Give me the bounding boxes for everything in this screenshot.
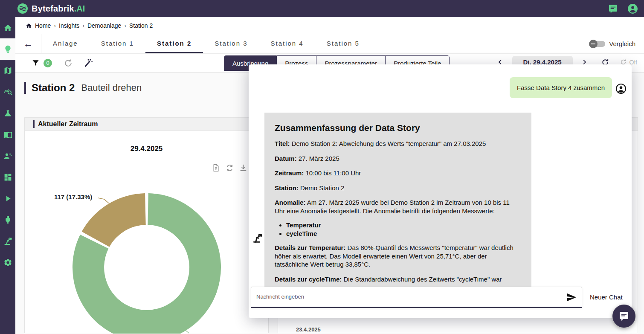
chat-input-box	[251, 287, 582, 308]
sidebar-item-lab[interactable]	[0, 102, 15, 124]
left-sidebar	[0, 17, 15, 334]
breadcrumb-separator: ›	[54, 22, 56, 29]
sidebar-item-home[interactable]	[0, 17, 15, 38]
breadcrumb-item-demoanlage[interactable]: Demoanlage	[87, 22, 121, 29]
breadcrumb-home-icon[interactable]	[26, 23, 32, 29]
breadcrumb-item-insights[interactable]: Insights	[59, 22, 79, 29]
data-story-chat-modal: Fasse Data Story 4 zusammen Zusammenfass…	[249, 64, 632, 318]
station-tabs: ← Anlage Station 1 Station 2 Station 3 S…	[15, 34, 644, 54]
tab-station-5[interactable]: Station 5	[315, 34, 371, 53]
book-icon	[3, 130, 12, 139]
summary-field-datum: Datum: 27. März 2025	[275, 154, 521, 163]
user-avatar-icon	[615, 83, 627, 94]
toggle-knob-minus-icon	[589, 40, 598, 48]
title-accent-bar	[24, 82, 26, 94]
tab-station-3[interactable]: Station 3	[203, 34, 259, 53]
summary-field-anomalie: Anomalie: Am 27. März 2025 wurde bei Dem…	[275, 198, 521, 215]
compare-toggle[interactable]	[591, 41, 605, 47]
filter-icon[interactable]	[32, 59, 40, 67]
sidebar-item-settings[interactable]	[0, 252, 15, 273]
sidebar-item-map[interactable]	[0, 60, 15, 81]
reset-icon[interactable]	[64, 58, 73, 68]
magic-wand-icon[interactable]	[84, 58, 93, 68]
breadcrumb: Home › Insights › Demoanlage › Station 2	[15, 17, 644, 34]
chat-icon[interactable]	[608, 4, 618, 14]
section-accent-bar	[33, 120, 35, 128]
plug-icon	[3, 215, 12, 224]
filter-count-badge: 0	[44, 59, 52, 67]
donut-slice-label: 117 (17.33%)	[54, 193, 92, 200]
donut-callout-line	[98, 198, 110, 204]
assistant-robot-icon	[252, 233, 263, 244]
sidebar-item-robotics[interactable]	[0, 230, 15, 252]
sidebar-item-team[interactable]	[0, 145, 15, 166]
gear-icon	[3, 258, 12, 267]
donut-chart	[25, 131, 268, 334]
brand-suffix: .AI	[74, 4, 85, 13]
data-story-summary: Zusammenfassung der Data Story Titel: De…	[264, 113, 531, 288]
back-button[interactable]: ←	[15, 34, 41, 53]
current-period-card: Aktueller Zeitraum 29.4.2025	[24, 117, 269, 333]
sidebar-item-analytics[interactable]	[0, 81, 15, 102]
summary-field-zeitraum: Zeitraum: 10:00 bis 11:00 Uhr	[275, 169, 521, 177]
breadcrumb-separator: ›	[124, 22, 126, 29]
sidebar-item-documentation[interactable]	[0, 124, 15, 145]
tab-station-2[interactable]: Station 2	[145, 34, 203, 53]
breadcrumb-separator: ›	[82, 22, 84, 29]
play-icon	[3, 194, 12, 203]
summary-detail-temperatur: Details zur Temperatur: Das 80%-Quantil …	[275, 244, 521, 269]
chart-search-icon	[3, 87, 12, 96]
send-icon[interactable]	[566, 292, 577, 302]
lightbulb-icon	[3, 45, 12, 54]
chat-message-input[interactable]	[251, 287, 560, 306]
brand-logo[interactable]: Bytefabrik.AI	[17, 3, 85, 14]
chat-bubble-icon	[619, 311, 629, 321]
new-chat-button[interactable]: Neuer Chat	[590, 293, 623, 301]
user-chat-bubble: Fasse Data Story 4 zusammen	[510, 77, 612, 98]
sidebar-item-dashboard[interactable]	[0, 166, 15, 188]
breadcrumb-item-home[interactable]: Home	[35, 22, 51, 29]
home-icon	[3, 23, 12, 32]
summary-field-titel: Titel: Demo Station 2: Abweichung des We…	[275, 139, 521, 148]
chat-fab[interactable]	[612, 305, 635, 328]
page-title: Station 2	[32, 82, 75, 94]
robot-arm-icon	[3, 237, 12, 246]
summary-heading: Zusammenfassung der Data Story	[275, 123, 521, 133]
summary-bullet: Temperatur	[286, 221, 521, 229]
donut-slice-0[interactable]	[73, 193, 221, 334]
summary-detail-cycletime: Details zur cycleTime: Die Standardabwei…	[275, 275, 521, 284]
sidebar-item-insights[interactable]	[0, 38, 15, 60]
page-subtitle: Bauteil drehen	[81, 82, 142, 93]
logo-waves-icon	[17, 3, 28, 14]
donut-slice-1[interactable]	[82, 193, 146, 247]
compare-label: Vergleich	[609, 40, 635, 47]
dashboard-icon	[3, 173, 12, 182]
engineer-icon	[3, 151, 12, 160]
breadcrumb-item-station2[interactable]: Station 2	[129, 22, 153, 29]
tab-station-1[interactable]: Station 1	[90, 34, 145, 53]
summary-bullet: cycleTime	[286, 230, 521, 237]
sidebar-item-run[interactable]	[0, 188, 15, 209]
summary-bullet-list: Temperatur cycleTime	[275, 221, 521, 237]
tab-station-4[interactable]: Station 4	[259, 34, 315, 53]
tab-anlage[interactable]: Anlage	[41, 34, 90, 53]
account-icon[interactable]	[627, 3, 638, 14]
summary-field-station: Station: Demo Station 2	[275, 184, 521, 192]
donut-chart-area: 29.4.2025	[25, 131, 268, 334]
brand-name: Bytefabrik	[32, 4, 74, 13]
sidebar-item-integrations[interactable]	[0, 209, 15, 230]
top-navbar: Bytefabrik.AI	[0, 0, 644, 17]
section-title-current: Aktueller Zeitraum	[38, 120, 98, 128]
map-icon	[3, 66, 12, 75]
background-chart-date: 23.4.2025	[296, 326, 321, 333]
flask-icon	[3, 109, 12, 118]
